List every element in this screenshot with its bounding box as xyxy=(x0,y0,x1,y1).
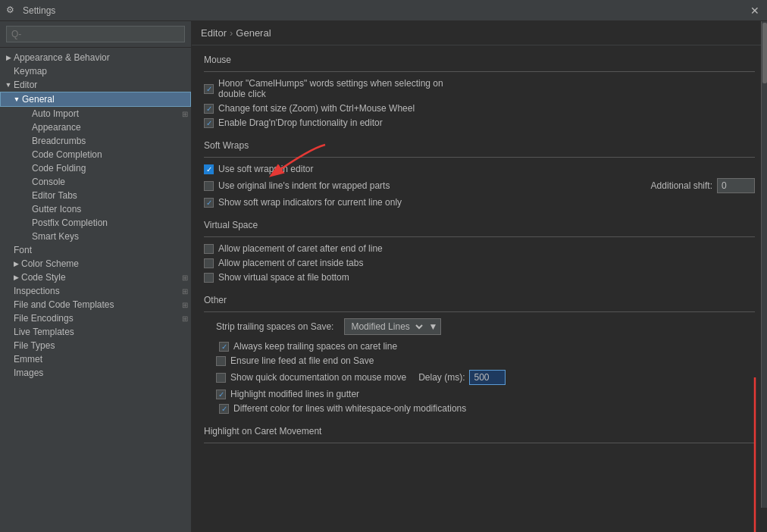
virtual-space-bottom-checkbox[interactable] xyxy=(204,273,214,283)
sidebar-label: Auto Import xyxy=(32,108,79,119)
settings-icon: ⊞ xyxy=(182,110,188,118)
sidebar-item-font[interactable]: Font xyxy=(0,243,191,257)
drag-drop-checkbox[interactable] xyxy=(204,118,214,128)
expand-arrow: ▼ xyxy=(11,94,22,105)
soft-wraps-title: Soft Wraps xyxy=(204,140,755,151)
sidebar-label: Appearance & Behavior xyxy=(14,52,110,63)
always-trailing-checkbox[interactable] xyxy=(219,342,229,352)
camel-humps-option: Honor "CamelHumps" words settings when s… xyxy=(204,78,755,99)
sidebar-item-emmet[interactable]: Emmet xyxy=(0,352,191,366)
soft-wrap-indicators-label: Show soft wrap indicators for current li… xyxy=(218,197,402,208)
camel-humps-checkbox[interactable] xyxy=(204,84,214,94)
scrollbar-thumb[interactable] xyxy=(762,23,767,83)
always-trailing-option: Always keep trailing spaces on caret lin… xyxy=(204,341,755,352)
font-zoom-checkbox[interactable] xyxy=(204,104,214,114)
sidebar-label: Inspections xyxy=(14,286,60,296)
scrollbar[interactable] xyxy=(761,21,767,508)
camel-humps-label: Honor "CamelHumps" words settings when s… xyxy=(218,78,443,99)
sidebar-item-inspections[interactable]: Inspections ⊞ xyxy=(0,284,191,298)
sidebar-label: Font xyxy=(14,245,32,255)
highlight-modified-checkbox[interactable] xyxy=(216,390,226,399)
sidebar-label: Emmet xyxy=(14,354,42,365)
use-soft-wraps-checkbox[interactable] xyxy=(204,164,214,174)
sidebar-item-file-types[interactable]: File Types xyxy=(0,339,191,352)
sidebar-item-smart-keys[interactable]: Smart Keys xyxy=(0,230,191,243)
sidebar-label: Editor xyxy=(14,80,37,90)
sidebar-label: Code Folding xyxy=(32,163,86,174)
titlebar: ⚙ Settings ✕ xyxy=(0,0,767,21)
sidebar-item-color-scheme[interactable]: ▶ Color Scheme xyxy=(0,257,191,271)
different-color-checkbox[interactable] xyxy=(219,404,229,414)
window-title: Settings xyxy=(23,5,749,16)
soft-wrap-indicators-checkbox[interactable] xyxy=(204,198,214,208)
sidebar-item-live-templates[interactable]: Live Templates xyxy=(0,325,191,339)
sidebar-item-appearance-behavior[interactable]: ▶ Appearance & Behavior xyxy=(0,51,191,64)
sidebar-item-images[interactable]: Images xyxy=(0,366,191,380)
other-section: Other Strip trailing spaces on Save: Mod… xyxy=(204,295,755,414)
sidebar-item-keymap[interactable]: Keymap xyxy=(0,64,191,78)
search-input[interactable] xyxy=(6,26,185,42)
drag-drop-option: Enable Drag'n'Drop functionality in edit… xyxy=(204,117,755,128)
caret-after-line-label: Allow placement of caret after end of li… xyxy=(218,243,383,254)
use-soft-wraps-option: Use soft wraps in editor xyxy=(204,164,755,174)
sidebar-label: Code Completion xyxy=(32,149,102,160)
sidebar-label: Appearance xyxy=(32,122,81,133)
sidebar-item-editor[interactable]: ▼ Editor xyxy=(0,78,191,92)
quick-docs-checkbox[interactable] xyxy=(216,373,226,383)
strip-trailing-row: Strip trailing spaces on Save: Modified … xyxy=(204,318,755,335)
caret-after-line-checkbox[interactable] xyxy=(204,244,214,254)
sidebar-label: Images xyxy=(14,368,43,378)
sidebar-item-auto-import[interactable]: Auto Import ⊞ xyxy=(0,107,191,120)
sidebar-item-file-encodings[interactable]: File Encodings ⊞ xyxy=(0,311,191,325)
sidebar-label: Color Scheme xyxy=(21,258,79,269)
always-trailing-label: Always keep trailing spaces on caret lin… xyxy=(233,341,397,352)
sidebar-item-general[interactable]: ▼ General xyxy=(0,92,191,107)
virtual-space-section: Virtual Space Allow placement of caret a… xyxy=(204,220,755,283)
sidebar-label: File Encodings xyxy=(14,313,74,324)
original-indent-checkbox[interactable] xyxy=(204,181,214,191)
virtual-space-title: Virtual Space xyxy=(204,220,755,230)
highlight-modified-option: Highlight modified lines in gutter xyxy=(204,389,755,399)
sidebar-item-file-code-templates[interactable]: File and Code Templates ⊞ xyxy=(0,298,191,311)
sidebar-tree: ▶ Appearance & Behavior Keymap ▼ Editor … xyxy=(0,48,191,532)
sidebar-label: File Types xyxy=(14,340,55,351)
sidebar-item-code-style[interactable]: ▶ Code Style ⊞ xyxy=(0,271,191,284)
settings-icon: ⊞ xyxy=(182,274,188,282)
delay-input[interactable] xyxy=(469,370,506,385)
sidebar-item-console[interactable]: Console xyxy=(0,175,191,189)
sidebar-item-editor-tabs[interactable]: Editor Tabs xyxy=(0,189,191,202)
caret-inside-tabs-label: Allow placement of caret inside tabs xyxy=(218,258,363,268)
sidebar: ▶ Appearance & Behavior Keymap ▼ Editor … xyxy=(0,21,192,532)
breadcrumb-editor: Editor xyxy=(201,27,227,39)
close-button[interactable]: ✕ xyxy=(749,5,761,17)
sidebar-item-gutter-icons[interactable]: Gutter Icons xyxy=(0,202,191,216)
sidebar-label: File and Code Templates xyxy=(14,299,114,310)
additional-shift-input[interactable] xyxy=(717,178,755,193)
sidebar-item-code-folding[interactable]: Code Folding xyxy=(0,161,191,175)
original-indent-label: Use original line's indent for wrapped p… xyxy=(218,180,390,191)
sidebar-item-appearance[interactable]: Appearance xyxy=(0,120,191,134)
highlight-caret-section: Highlight on Caret Movement xyxy=(204,426,755,443)
font-zoom-label: Change font size (Zoom) with Ctrl+Mouse … xyxy=(218,103,415,114)
sidebar-label: Code Style xyxy=(21,272,66,283)
sidebar-label: Breadcrumbs xyxy=(32,136,86,146)
virtual-space-bottom-option: Show virtual space at file bottom xyxy=(204,272,755,283)
quick-docs-option: Show quick documentation on mouse move D… xyxy=(204,370,755,385)
ensure-line-feed-checkbox[interactable] xyxy=(216,356,226,366)
ensure-line-feed-label: Ensure line feed at file end on Save xyxy=(230,355,374,366)
settings-icon: ⊞ xyxy=(182,315,188,323)
different-color-label: Different color for lines with whitespac… xyxy=(233,403,466,414)
virtual-space-bottom-label: Show virtual space at file bottom xyxy=(218,272,349,283)
strip-trailing-select[interactable]: Modified Lines None All ▼ xyxy=(344,318,441,335)
search-box xyxy=(0,21,191,48)
mouse-title: Mouse xyxy=(204,55,755,65)
different-color-option: Different color for lines with whitespac… xyxy=(204,403,755,414)
expand-arrow: ▶ xyxy=(11,272,21,283)
sidebar-item-postfix-completion[interactable]: Postfix Completion xyxy=(0,216,191,230)
breadcrumb-general: General xyxy=(236,27,271,39)
caret-inside-tabs-checkbox[interactable] xyxy=(204,258,214,268)
quick-docs-label: Show quick documentation on mouse move xyxy=(230,372,406,383)
sidebar-item-code-completion[interactable]: Code Completion xyxy=(0,148,191,161)
strip-trailing-dropdown[interactable]: Modified Lines None All xyxy=(348,321,425,333)
sidebar-item-breadcrumbs[interactable]: Breadcrumbs xyxy=(0,134,191,148)
